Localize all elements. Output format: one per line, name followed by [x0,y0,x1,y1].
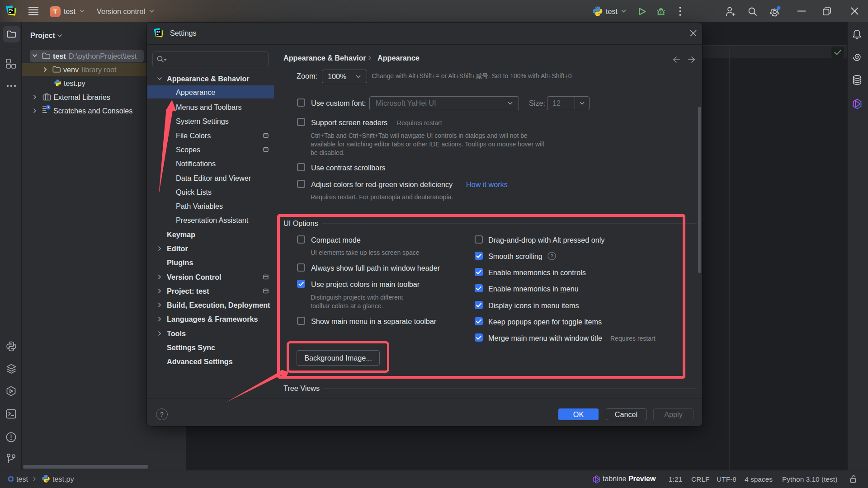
svg-text:PC: PC [156,31,160,33]
svg-text:PC: PC [9,8,13,11]
